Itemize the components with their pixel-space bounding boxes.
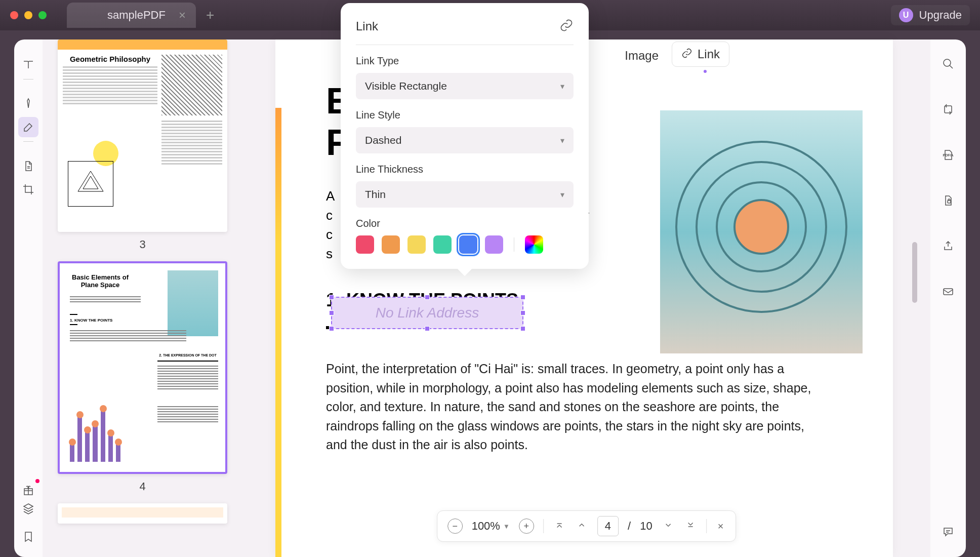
comment-button[interactable] xyxy=(938,522,958,542)
line-thickness-select[interactable]: Thin xyxy=(356,181,574,208)
link-properties-popup: Link Link Type Visible Rectangle Line St… xyxy=(341,3,589,269)
total-pages: 10 xyxy=(640,520,652,533)
thumb-title: Geometric Philosophy xyxy=(63,55,157,63)
resize-handle[interactable] xyxy=(425,295,430,300)
mail-button[interactable] xyxy=(938,282,958,302)
link-placeholder-text: No Link Address xyxy=(376,305,479,321)
link-icon xyxy=(559,18,574,34)
color-swatch-blue[interactable] xyxy=(459,235,477,254)
zoom-level[interactable]: 100% ▼ xyxy=(472,520,510,533)
resize-handle[interactable] xyxy=(329,295,334,300)
thumb-page-number: 3 xyxy=(58,238,227,251)
color-swatch-purple[interactable] xyxy=(485,235,503,254)
prev-page-button[interactable] xyxy=(575,521,588,532)
resize-handle[interactable] xyxy=(329,310,334,315)
user-avatar: U xyxy=(899,8,913,22)
thumbnail-page-4[interactable]: Basic Elements of Plane Space 1. KNOW TH… xyxy=(58,261,227,493)
line-thickness-label: Line Thickness xyxy=(356,164,574,175)
color-label: Color xyxy=(356,218,574,229)
resize-handle[interactable] xyxy=(329,326,334,331)
thumb-page-number: 4 xyxy=(58,480,227,493)
rotate-button[interactable] xyxy=(938,99,958,120)
link-type-select[interactable]: Visible Rectangle xyxy=(356,73,574,99)
share-button[interactable] xyxy=(938,236,958,256)
pdfa-button[interactable]: PDF/A xyxy=(938,145,958,165)
thumbnail-page-3[interactable]: Geometric Philosophy 3 xyxy=(58,39,227,251)
body-text: Point, the interpretation of "Ci Hai" is… xyxy=(326,360,812,455)
svg-point-3 xyxy=(944,59,951,66)
thumb-section: 1. KNOW THE POINTS xyxy=(70,318,112,323)
toolbar-link-button[interactable]: Link xyxy=(672,42,729,67)
right-tool-strip: PDF/A xyxy=(930,39,966,557)
window-close-button[interactable] xyxy=(10,11,18,19)
popup-title: Link xyxy=(356,19,378,33)
resize-handle[interactable] xyxy=(520,295,525,300)
svg-rect-5 xyxy=(948,201,951,203)
svg-rect-4 xyxy=(945,106,952,113)
line-style-select[interactable]: Dashed xyxy=(356,127,574,153)
page-input[interactable]: 4 xyxy=(597,516,619,536)
reader-tool[interactable] xyxy=(18,55,38,75)
toolbar-image-button[interactable]: Image xyxy=(625,49,659,63)
window-controls xyxy=(10,11,47,19)
bookmark-tool[interactable] xyxy=(18,527,38,547)
resize-handle[interactable] xyxy=(520,310,525,315)
color-swatch-yellow[interactable] xyxy=(407,235,426,254)
first-page-button[interactable] xyxy=(553,521,566,532)
window-maximize-button[interactable] xyxy=(38,11,47,19)
link-icon xyxy=(681,48,692,61)
pager-bar: − 100% ▼ + 4 / 10 xyxy=(437,510,737,542)
search-button[interactable] xyxy=(938,54,958,74)
link-annotation[interactable]: No Link Address xyxy=(331,297,523,329)
left-tool-strip xyxy=(14,39,43,557)
next-page-button[interactable] xyxy=(662,521,675,532)
page-separator: / xyxy=(628,520,631,533)
canvas-scrollbar[interactable] xyxy=(912,242,917,303)
window-minimize-button[interactable] xyxy=(24,11,32,19)
upgrade-label: Upgrade xyxy=(919,9,962,22)
highlighter-tool[interactable] xyxy=(18,94,38,114)
thumbnails-panel: Geometric Philosophy 3 Basic Elements of… xyxy=(43,39,242,557)
thumbnail-page-5[interactable] xyxy=(58,503,227,524)
svg-rect-6 xyxy=(944,289,953,295)
color-swatches xyxy=(356,235,574,254)
edit-tool[interactable] xyxy=(18,117,38,137)
color-swatch-orange[interactable] xyxy=(382,235,400,254)
color-swatch-red[interactable] xyxy=(356,235,374,254)
lock-button[interactable] xyxy=(938,190,958,211)
gift-tool[interactable] xyxy=(18,480,38,500)
link-type-label: Link Type xyxy=(356,55,574,67)
svg-marker-1 xyxy=(78,171,103,191)
document-image xyxy=(660,110,863,353)
layers-tool[interactable] xyxy=(18,498,38,519)
thumb-section: 2. THE EXPRESSION OF THE DOT xyxy=(157,353,218,357)
svg-marker-2 xyxy=(83,176,98,189)
thumb-title: Basic Elements of Plane Space xyxy=(70,273,131,289)
upgrade-button[interactable]: U Upgrade xyxy=(891,5,970,25)
zoom-out-button[interactable]: − xyxy=(447,519,463,534)
zoom-in-button[interactable]: + xyxy=(519,519,534,534)
color-picker-button[interactable] xyxy=(525,235,543,254)
page-accent-bar xyxy=(275,108,281,557)
tab-title: samplePDF xyxy=(107,9,166,22)
resize-handle[interactable] xyxy=(425,326,430,331)
crop-tool[interactable] xyxy=(18,179,38,200)
document-tab[interactable]: samplePDF × xyxy=(67,3,196,28)
color-swatch-green[interactable] xyxy=(433,235,452,254)
link-active-indicator xyxy=(704,70,707,73)
page-tool[interactable] xyxy=(18,156,38,176)
line-style-label: Line Style xyxy=(356,109,574,121)
close-pager-button[interactable]: × xyxy=(716,521,726,532)
new-tab-button[interactable]: + xyxy=(206,7,214,23)
resize-handle[interactable] xyxy=(520,326,525,331)
close-tab-button[interactable]: × xyxy=(179,8,186,22)
last-page-button[interactable] xyxy=(684,521,697,532)
